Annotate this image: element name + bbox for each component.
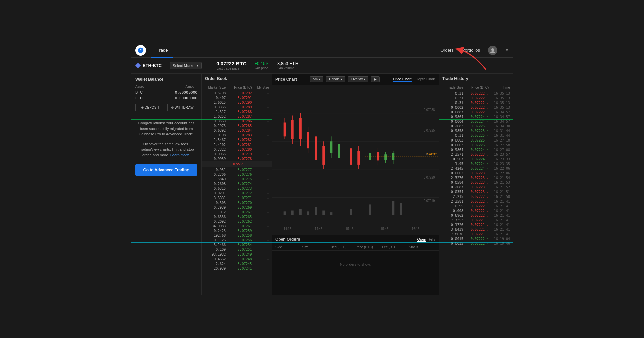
overlay-button[interactable]: Overlay ▾ (348, 76, 368, 82)
timeframe-button[interactable]: 5m ▾ (310, 76, 323, 82)
order-book-bid-row: 0.79390.07269- (202, 205, 272, 210)
trade-history-row: 0.00030.07226 ↑16:27:58 (439, 143, 513, 147)
migration-discover: Discover the same low fees, TradingView … (135, 141, 197, 158)
trade-history: Trade History Trade Size Price (BTC) Tim… (439, 74, 513, 295)
nav-tab-trade[interactable]: Trade (151, 43, 173, 58)
trade-history-row: 0.950.07222 ↓16:21:41 (439, 204, 513, 208)
trade-history-row: 0.00020.07223 ↓16:22:06 (439, 171, 513, 175)
trade-history-row: 0.00350.07222 ↑16:19:46 (439, 241, 513, 246)
nav-orders[interactable]: Orders (440, 48, 454, 53)
nav-portfolios[interactable]: Portfolios (462, 48, 480, 53)
th-col-size: Trade Size (442, 86, 463, 89)
avatar-dropdown-icon[interactable]: ▼ (505, 48, 509, 52)
wallet-title: Wallet Balance (135, 77, 197, 82)
svg-rect-5 (272, 85, 439, 235)
order-book-bid-row: 2.6240.07245- (202, 261, 272, 266)
order-book-bid-row: 0.9510.07277- (202, 167, 272, 172)
trade-history-row: 1.950.07224 ↑16:23:35 (439, 161, 513, 166)
advanced-trading-button[interactable]: Go to Advanced Trading (135, 164, 197, 176)
tab-depth-chart[interactable]: Depth Chart (416, 77, 435, 82)
price-chart-section: Price Chart 5m ▾ Candle ▾ Overlay ▾ ▶ Pr… (272, 74, 439, 295)
order-book-bid-row: 34.90830.07261- (202, 224, 272, 228)
svg-rect-48 (322, 211, 325, 215)
asset-row-eth: ETH 0.00000000 (135, 96, 197, 100)
trade-history-columns: Trade Size Price (BTC) Time (439, 84, 513, 91)
deposit-button[interactable]: ⊕ DEPOSIT (135, 104, 165, 111)
svg-rect-49 (330, 212, 332, 215)
order-book-bid-row: 192.680.07258- (202, 233, 272, 238)
candle-button[interactable]: Candle ▾ (326, 76, 345, 82)
chart-header: Price Chart 5m ▾ Candle ▾ Overlay ▾ ▶ Pr… (272, 74, 439, 85)
order-book-bid-row: 0.63150.07273- (202, 186, 272, 191)
order-book-ask-row: 0.57980.07292- (202, 91, 272, 95)
oo-col-side: Side (275, 245, 302, 249)
market-price-block: 0.07222 BTC Last trade price (216, 61, 246, 70)
market-volume-block: 3,853 ETH 24h volume (277, 61, 298, 70)
trade-history-row: 0.20870.07223 ↓16:21:52 (439, 185, 513, 189)
oo-tab-open[interactable]: Open (417, 237, 426, 242)
svg-rect-43 (284, 211, 286, 215)
svg-rect-44 (291, 211, 294, 215)
svg-rect-53 (400, 203, 402, 215)
asset-table: Asset Amount BTC 0.00000000 ETH 0.000000… (135, 84, 197, 100)
cyan-accent-line (131, 242, 513, 243)
order-book-bid-row: 1.58490.07275- (202, 177, 272, 181)
open-orders-empty: No orders to show. (272, 251, 439, 278)
svg-text:0.07219: 0.07219 (424, 199, 435, 203)
order-book-ask-row: 0.99590.07278- (202, 156, 272, 161)
order-book-ask-row: 1.02520.07287- (202, 114, 272, 119)
svg-rect-52 (392, 201, 394, 215)
trade-history-row: 0.98640.07224 ↑16:34:57 (439, 114, 513, 119)
order-book-bid-row: 0.63360.07265- (202, 214, 272, 219)
coinbase-logo[interactable]: C (135, 45, 146, 56)
oo-col-fee: Fee (BTC) (382, 245, 409, 249)
market-price-label: Last trade price (216, 67, 246, 70)
select-market-button[interactable]: Select Market ▾ (170, 62, 202, 69)
user-avatar[interactable] (488, 46, 497, 55)
trade-history-row: 2.42450.07224 ↑16:22:06 (439, 166, 513, 171)
chart-controls: 5m ▾ Candle ▾ Overlay ▾ ▶ (310, 76, 380, 82)
trade-history-row: 0.05840.07223 ↓16:21:53 (439, 180, 513, 185)
open-orders-columns: Side Size Filled (ETH) Price (BTC) Fee (… (272, 244, 439, 251)
asset-amount-eth: 0.00000000 (175, 96, 197, 100)
trade-history-row: 0.00150.07222 ↑16:19:04 (439, 236, 513, 241)
tab-price-chart[interactable]: Price Chart (393, 77, 412, 82)
market-bar: ETH-BTC Select Market ▾ 0.07222 BTC Last… (131, 58, 513, 74)
oo-col-price: Price (BTC) (356, 245, 382, 249)
oo-col-status: Status (409, 245, 436, 249)
order-book-asks: 0.57980.07292-0.4070.07291-1.60150.07290… (202, 91, 272, 161)
order-book-bids: 0.9510.07277-0.27060.07276-1.58490.07275… (202, 167, 272, 271)
order-book-bid-row: 0.24230.07259- (202, 228, 272, 233)
oo-tab-fills[interactable]: Fills (429, 237, 435, 242)
asset-name-btc: BTC (135, 90, 143, 95)
trade-history-row: 0.98580.07225 ↑16:31:44 (439, 128, 513, 133)
withdraw-button[interactable]: ⊖ WITHDRAW (167, 104, 198, 111)
trade-history-row: 0.0080.07222 ↓16:21:41 (439, 208, 513, 213)
chart-tabs: Price Chart Depth Chart (393, 77, 435, 82)
order-book-header: Market Size Price (BTC) My Size (202, 84, 272, 91)
main-content: Wallet Balance Asset Amount BTC 0.000000… (131, 74, 513, 295)
open-orders-title: Open Orders (275, 237, 300, 242)
order-book-bid-row: 0.26080.07274- (202, 181, 272, 186)
trade-history-row: 7.86760.07221 ↓16:21:41 (439, 232, 513, 236)
order-book-bid-row: 0.46620.07248- (202, 257, 272, 261)
order-book-ask-row: 0.4070.07291- (202, 95, 272, 100)
fullscreen-button[interactable]: ▶ (371, 76, 380, 82)
svg-text:14:45: 14:45 (315, 227, 322, 231)
price-chart-svg: 0.07238 0.07225 0.07222 0.07220 0.07219 (272, 85, 439, 235)
market-price: 0.07222 BTC (216, 61, 246, 66)
learn-more-link[interactable]: Learn more. (170, 153, 190, 157)
asset-row-btc: BTC 0.00000000 (135, 90, 197, 95)
trade-history-row: 0.00020.07225 ↑16:27:18 (439, 138, 513, 143)
trade-history-row: 0.00020.07222 ↓16:35:13 (439, 105, 513, 110)
nav-tabs: Trade (151, 43, 440, 58)
svg-rect-50 (350, 209, 352, 215)
svg-point-2 (491, 48, 494, 51)
order-book-bid-row: 0.1090.07251- (202, 247, 272, 252)
asset-amount-btc: 0.00000000 (175, 90, 197, 95)
wallet-section: Wallet Balance Asset Amount BTC 0.000000… (131, 74, 201, 115)
eth-icon (135, 63, 141, 68)
order-book-bid-row: 0.27060.07276- (202, 172, 272, 177)
svg-text:15:45: 15:45 (381, 227, 388, 231)
asset-name-eth: ETH (135, 96, 143, 100)
